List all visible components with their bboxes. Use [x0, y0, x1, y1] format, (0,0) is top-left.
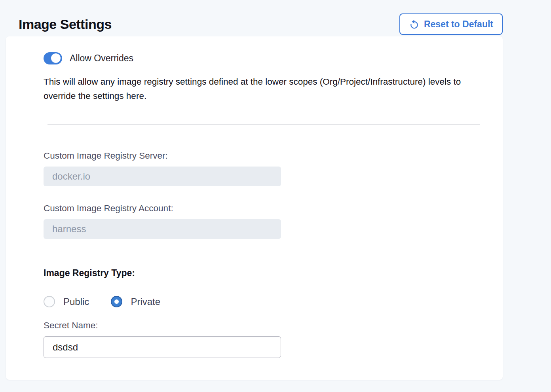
secret-name-label: Secret Name: — [44, 320, 503, 331]
radio-unchecked-icon — [44, 296, 55, 307]
registry-type-radio-group: Public Private — [44, 296, 503, 307]
radio-public-label: Public — [63, 296, 89, 307]
registry-account-field-group: Custom Image Registry Account: — [44, 203, 503, 239]
image-settings-card: Allow Overrides This will allow any imag… — [6, 36, 503, 380]
registry-server-label: Custom Image Registry Server: — [44, 151, 503, 161]
allow-overrides-toggle[interactable] — [44, 52, 62, 64]
page-header: Image Settings Reset to Default — [0, 0, 551, 36]
reset-to-default-button[interactable]: Reset to Default — [399, 13, 503, 35]
reset-button-label: Reset to Default — [424, 19, 493, 30]
registry-account-label: Custom Image Registry Account: — [44, 203, 503, 214]
allow-overrides-label: Allow Overrides — [70, 53, 133, 64]
secret-name-field-group: Secret Name: — [44, 320, 503, 358]
secret-name-input[interactable] — [44, 336, 281, 358]
override-description-text: This will allow any image registry setti… — [44, 75, 485, 103]
registry-server-input[interactable] — [44, 167, 281, 186]
registry-account-input[interactable] — [44, 219, 281, 239]
reset-icon — [409, 19, 420, 30]
allow-overrides-row: Allow Overrides — [44, 52, 503, 64]
section-divider — [48, 124, 480, 125]
radio-private-label: Private — [131, 296, 160, 307]
page-title: Image Settings — [19, 17, 112, 32]
registry-type-label: Image Registry Type: — [44, 268, 503, 278]
registry-server-field-group: Custom Image Registry Server: — [44, 151, 503, 186]
radio-option-private[interactable]: Private — [111, 296, 160, 307]
radio-option-public[interactable]: Public — [44, 296, 89, 307]
radio-checked-icon — [111, 296, 122, 307]
toggle-knob-icon — [51, 53, 61, 63]
